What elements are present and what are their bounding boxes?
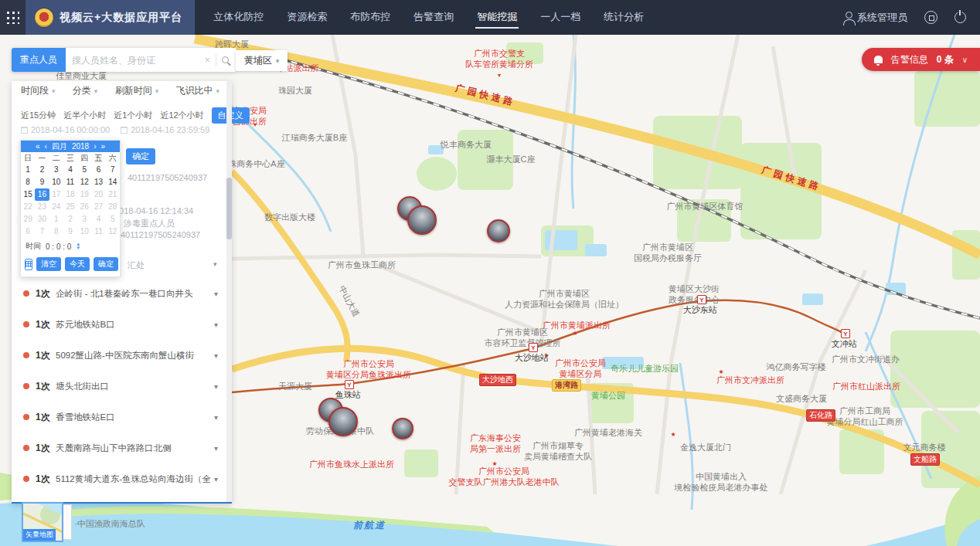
prev-month-icon[interactable]: ‹ [45, 142, 47, 151]
chevron-down-icon[interactable]: ▾ [214, 413, 218, 422]
calendar-day[interactable]: 2 [35, 164, 49, 176]
today-button[interactable]: 今天 [65, 257, 90, 271]
logout-power-icon[interactable] [954, 12, 966, 23]
menu-item[interactable]: 告警查询 [412, 7, 455, 29]
calendar-day[interactable]: 1 [49, 213, 63, 226]
chevron-down-icon[interactable]: ∨ [962, 56, 968, 64]
calendar-day[interactable]: 5 [77, 164, 91, 176]
calendar-day[interactable]: 27 [91, 201, 105, 213]
user-menu[interactable]: 系统管理员 [846, 11, 907, 25]
calendar-day[interactable]: 9 [35, 176, 49, 188]
end-date-field[interactable]: 2018-04-16 23:59:59 [121, 125, 209, 134]
calendar-day[interactable]: 1 [21, 164, 35, 176]
calendar-day[interactable]: 28 [106, 201, 120, 213]
calendar-day[interactable]: 15 [21, 188, 35, 201]
chevron-down-icon[interactable]: ▾ [214, 290, 218, 298]
calendar-day[interactable]: 17 [49, 188, 63, 201]
calendar-day[interactable]: 8 [49, 226, 63, 238]
district-dropdown[interactable]: 黄埔区 ▾ [236, 50, 288, 71]
filter-dropdown[interactable]: 刷新时间 ▾ [115, 84, 159, 97]
result-row[interactable]: 1次 天麓南路与山下中路路口北侧 ▾ [12, 432, 226, 463]
calendar-day[interactable]: 11 [63, 176, 77, 188]
calendar-day[interactable]: 3 [49, 164, 63, 176]
person-avatar-marker[interactable] [328, 407, 358, 436]
start-date-field[interactable]: 2018-04-16 00:00:00 [21, 125, 110, 134]
menu-item[interactable]: 智能挖掘 [475, 7, 519, 29]
menu-item[interactable]: 统计分析 [602, 7, 645, 29]
result-row[interactable]: 1次 5092蟹山路-中医院东南向蟹山横街 ▾ [12, 340, 226, 371]
calendar-day[interactable]: 8 [21, 176, 35, 188]
calendar-day[interactable]: 11 [91, 226, 105, 238]
menu-item[interactable]: 立体化防控 [212, 7, 265, 29]
minimap-toggle[interactable]: 矢量地图 [22, 502, 63, 542]
calendar-day[interactable]: 6 [21, 226, 35, 238]
time-value[interactable]: 0 : 0 : 0 [46, 242, 71, 251]
menu-item[interactable]: 一人一档 [539, 7, 582, 29]
confirm-button[interactable]: 确定 [126, 148, 155, 164]
calendar-day[interactable]: 30 [35, 213, 49, 226]
calendar-day[interactable]: 18 [63, 188, 77, 201]
filter-dropdown[interactable]: 分类 ▾ [73, 84, 98, 97]
next-month-icon[interactable]: › [94, 142, 96, 151]
calendar-day[interactable]: 14 [106, 176, 120, 188]
quick-time-option[interactable]: 近1个小时 [114, 110, 152, 121]
prev-year-icon[interactable]: « [36, 142, 40, 151]
calendar-day[interactable]: 4 [63, 164, 77, 176]
quick-time-option[interactable]: 近15分钟 [21, 110, 56, 121]
calendar-day[interactable]: 21 [106, 188, 120, 201]
calendar-year[interactable]: 2018 [72, 142, 89, 151]
time-stepper[interactable]: ▲▼ [76, 242, 80, 250]
calendar-day[interactable]: 9 [63, 226, 77, 238]
calendar-day[interactable]: 23 [35, 201, 49, 213]
chevron-down-icon[interactable]: ▾ [214, 320, 218, 329]
calendar-day[interactable]: 22 [21, 201, 35, 213]
search-category-tab[interactable]: 重点人员 [12, 48, 66, 72]
person-avatar-marker[interactable] [487, 219, 510, 242]
chevron-down-icon[interactable]: ▾ [214, 351, 218, 360]
calendar-day[interactable]: 26 [77, 201, 91, 213]
calendar-day[interactable]: 7 [35, 226, 49, 238]
calendar-day[interactable]: 24 [49, 201, 63, 213]
filter-dropdown[interactable]: 飞识比中 ▾ [175, 84, 219, 97]
apps-grid-icon[interactable] [0, 0, 26, 35]
result-row[interactable]: 1次 香雪地铁站E口 ▾ [12, 402, 226, 432]
result-row[interactable]: 1次 苏元地铁站B口 ▾ [12, 309, 226, 340]
calendar-day[interactable]: 20 [91, 188, 105, 201]
calendar-day[interactable]: 29 [21, 213, 35, 226]
result-row[interactable]: 1次 企岭街 - 北1巷秦岭东一巷口向井头 ▾ [12, 278, 226, 309]
calendar-day[interactable]: 12 [77, 176, 91, 188]
chevron-down-icon[interactable]: ▾ [214, 382, 218, 391]
result-row[interactable]: 1次 塘头北街出口 ▾ [12, 371, 226, 402]
calendar-day[interactable]: 7 [106, 164, 120, 176]
quick-time-option[interactable]: 近12个小时 [160, 110, 203, 121]
calendar-day[interactable]: 4 [91, 213, 105, 226]
calendar-day[interactable]: 16 [35, 188, 49, 201]
clear-icon[interactable]: × [204, 54, 210, 66]
filter-dropdown[interactable]: 时间段 ▾ [21, 84, 56, 97]
calendar-day[interactable]: 19 [77, 188, 91, 201]
person-avatar-marker[interactable] [392, 418, 413, 439]
search-icon[interactable] [222, 56, 229, 63]
next-year-icon[interactable]: » [100, 142, 105, 151]
calendar-grid-icon-button[interactable] [25, 259, 32, 270]
calendar-day[interactable]: 10 [77, 226, 91, 238]
scrollbar-thumb[interactable] [226, 178, 232, 239]
ok-button[interactable]: 确定 [94, 257, 118, 271]
calendar-month[interactable]: 四月 [52, 141, 67, 152]
quick-time-option[interactable]: 近半个小时 [63, 110, 106, 121]
calendar-day[interactable]: 5 [106, 213, 120, 226]
menu-item[interactable]: 资源检索 [285, 7, 328, 29]
calendar-day[interactable]: 6 [91, 164, 105, 176]
clear-button[interactable]: 清空 [36, 257, 61, 271]
chevron-down-icon[interactable]: ▾ [214, 444, 218, 453]
person-avatar-marker[interactable] [407, 205, 437, 235]
chevron-down-icon[interactable]: ▾ [214, 475, 218, 483]
search-input[interactable] [72, 55, 199, 66]
calendar-day[interactable]: 10 [49, 176, 63, 188]
panel-scrollbar[interactable] [226, 81, 232, 502]
calendar-day[interactable]: 13 [91, 176, 105, 188]
result-row[interactable]: 1次 5112黄埔大道东-鱼珠总站向海边街（全） ▾ [12, 463, 226, 494]
calendar-day[interactable]: 2 [63, 213, 77, 226]
calendar-day[interactable]: 3 [77, 213, 91, 226]
calendar-day[interactable]: 12 [106, 226, 120, 238]
